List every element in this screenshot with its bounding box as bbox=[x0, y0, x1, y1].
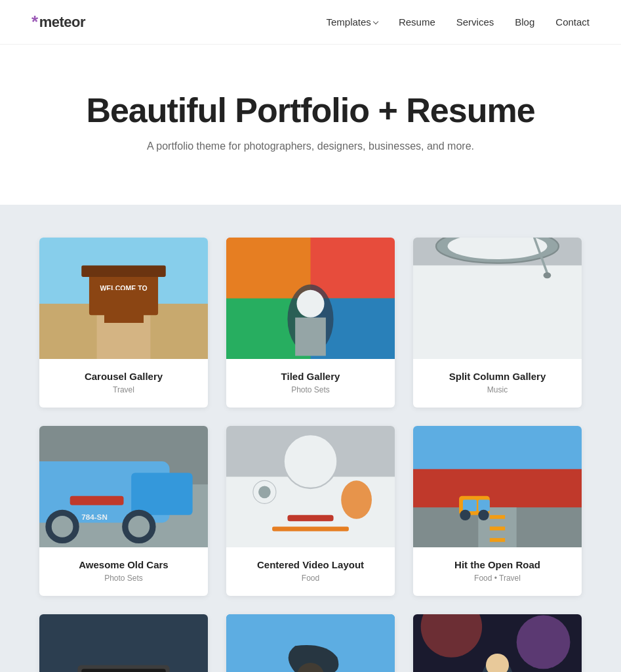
card-title-0: Carousel Gallery bbox=[50, 371, 197, 382]
card-info-2: Split Column GalleryMusic bbox=[413, 359, 582, 408]
svg-point-13 bbox=[296, 290, 324, 318]
svg-rect-54 bbox=[81, 669, 165, 672]
svg-rect-48 bbox=[478, 500, 490, 512]
svg-point-33 bbox=[284, 435, 338, 489]
svg-rect-29 bbox=[70, 496, 124, 505]
svg-point-49 bbox=[460, 510, 470, 520]
chevron-down-icon bbox=[373, 18, 378, 24]
card-category-5: Food • Travel bbox=[424, 574, 571, 583]
svg-rect-47 bbox=[463, 500, 477, 512]
card-image-4 bbox=[226, 426, 395, 547]
card-image-7 bbox=[226, 614, 395, 672]
hero-subtitle: A portfolio theme for photographers, des… bbox=[13, 140, 608, 152]
navbar: * meteor TemplatesResumeServicesBlogCont… bbox=[0, 0, 621, 45]
svg-rect-35 bbox=[287, 515, 333, 521]
svg-point-28 bbox=[129, 516, 150, 537]
card-title-5: Hit the Open Road bbox=[424, 559, 571, 570]
card-image-2 bbox=[413, 238, 582, 359]
svg-point-38 bbox=[258, 486, 271, 499]
svg-rect-3 bbox=[89, 274, 158, 316]
logo-text: meteor bbox=[39, 14, 85, 31]
svg-point-26 bbox=[52, 516, 73, 537]
svg-point-67 bbox=[517, 616, 571, 669]
card-image-0: WELCOME TO COLORFUL COLORADO bbox=[39, 238, 208, 359]
logo[interactable]: * meteor bbox=[31, 12, 85, 32]
svg-point-20 bbox=[544, 272, 551, 278]
gallery-grid: WELCOME TO COLORFUL COLORADO Carousel Ga… bbox=[39, 238, 582, 672]
gallery-card-1[interactable]: Tiled GalleryPhoto Sets bbox=[226, 238, 395, 408]
card-category-4: Food bbox=[237, 574, 384, 583]
nav-links: TemplatesResumeServicesBlogContact bbox=[327, 16, 590, 28]
gallery-card-0[interactable]: WELCOME TO COLORFUL COLORADO Carousel Ga… bbox=[39, 238, 208, 408]
card-title-2: Split Column Gallery bbox=[424, 371, 571, 382]
hero-title: Beautiful Portfolio + Resume bbox=[13, 91, 608, 130]
svg-text:784-SN: 784-SN bbox=[81, 513, 108, 521]
gallery-card-3[interactable]: 784-SN Awesome Old CarsPhoto Sets bbox=[39, 426, 208, 596]
svg-text:WELCOME TO: WELCOME TO bbox=[100, 284, 147, 292]
svg-point-34 bbox=[341, 481, 372, 519]
svg-rect-2 bbox=[97, 312, 151, 359]
gallery-card-6[interactable]: WorkspaceDesign bbox=[39, 614, 208, 672]
card-category-3: Photo Sets bbox=[50, 574, 197, 583]
card-title-3: Awesome Old Cars bbox=[50, 559, 197, 570]
card-image-8 bbox=[413, 614, 582, 672]
gallery-card-2[interactable]: Split Column GalleryMusic bbox=[413, 238, 582, 408]
svg-text:COLORADO: COLORADO bbox=[108, 306, 139, 312]
card-category-2: Music bbox=[424, 385, 571, 394]
card-category-1: Photo Sets bbox=[237, 385, 384, 394]
card-image-6 bbox=[39, 614, 208, 672]
gallery-card-5[interactable]: Hit the Open RoadFood • Travel bbox=[413, 426, 582, 596]
svg-rect-43 bbox=[490, 515, 505, 519]
svg-rect-4 bbox=[81, 266, 165, 278]
gallery-card-7[interactable]: Ocean WindTravel bbox=[226, 614, 395, 672]
svg-rect-45 bbox=[490, 538, 505, 542]
card-info-1: Tiled GalleryPhoto Sets bbox=[226, 359, 395, 408]
nav-link-templates[interactable]: Templates bbox=[327, 16, 371, 28]
card-info-0: Carousel GalleryTravel bbox=[39, 359, 208, 408]
gallery-card-8[interactable]: Concert NightMusic bbox=[413, 614, 582, 672]
nav-link-resume[interactable]: Resume bbox=[399, 16, 435, 28]
svg-rect-36 bbox=[272, 527, 349, 532]
logo-asterisk-icon: * bbox=[31, 12, 38, 32]
svg-rect-44 bbox=[490, 527, 505, 531]
nav-link-blog[interactable]: Blog bbox=[515, 16, 534, 28]
card-title-1: Tiled Gallery bbox=[237, 371, 384, 382]
card-category-0: Travel bbox=[50, 385, 197, 394]
svg-point-50 bbox=[478, 510, 489, 520]
svg-text:COLORFUL: COLORFUL bbox=[109, 297, 138, 303]
card-info-3: Awesome Old CarsPhoto Sets bbox=[39, 547, 208, 596]
svg-rect-14 bbox=[295, 318, 326, 356]
card-image-3: 784-SN bbox=[39, 426, 208, 547]
svg-rect-24 bbox=[131, 473, 192, 515]
hero-section: Beautiful Portfolio + Resume A portfolio… bbox=[0, 45, 621, 205]
nav-link-contact[interactable]: Contact bbox=[555, 16, 590, 28]
nav-dropdown-templates[interactable]: Templates bbox=[327, 16, 378, 28]
gallery-card-4[interactable]: Centered Video LayoutFood bbox=[226, 426, 395, 596]
card-title-4: Centered Video Layout bbox=[237, 559, 384, 570]
nav-link-services[interactable]: Services bbox=[456, 16, 494, 28]
card-info-5: Hit the Open RoadFood • Travel bbox=[413, 547, 582, 596]
card-image-5 bbox=[413, 426, 582, 547]
svg-rect-51 bbox=[39, 614, 208, 672]
gallery-section: WELCOME TO COLORFUL COLORADO Carousel Ga… bbox=[0, 205, 621, 672]
card-image-1 bbox=[226, 238, 395, 359]
card-info-4: Centered Video LayoutFood bbox=[226, 547, 395, 596]
